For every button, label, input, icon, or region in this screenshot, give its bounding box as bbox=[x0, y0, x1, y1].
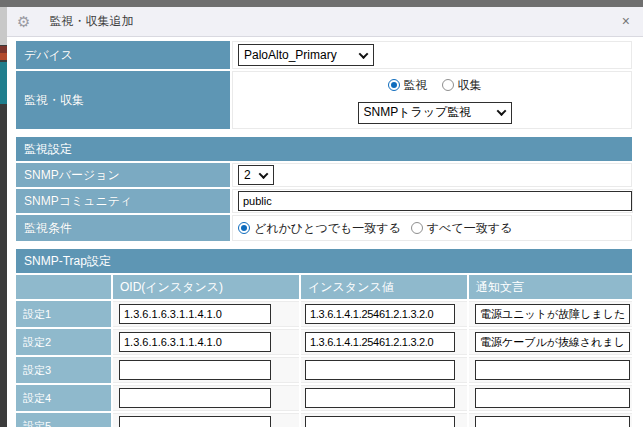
radio-collect[interactable]: 収集 bbox=[442, 77, 482, 94]
snmp-version-label: SNMPバージョン bbox=[16, 163, 230, 187]
radio-match-all-label: すべて一致する bbox=[427, 220, 512, 237]
chevron-down-icon bbox=[496, 106, 506, 116]
device-select-value: PaloAlto_Primary bbox=[244, 48, 337, 62]
device-label: デバイス bbox=[16, 41, 230, 69]
chevron-down-icon bbox=[259, 169, 269, 179]
trap-row-label: 設定2 bbox=[16, 329, 111, 355]
dialog-content: デバイス PaloAlto_Primary 監視・収集 監視 bbox=[7, 37, 643, 427]
table-row: SNMPバージョン 2 bbox=[16, 163, 632, 187]
radio-unselected-icon bbox=[442, 79, 454, 91]
monitor-condition-radio-group: どれかひとつでも一致する すべて一致する bbox=[238, 220, 512, 237]
page-background-left bbox=[0, 7, 7, 427]
table-row: 設定5 bbox=[16, 413, 632, 427]
trap-message-input[interactable] bbox=[475, 388, 630, 408]
background-fragment bbox=[0, 7, 7, 45]
table-row: 設定4 bbox=[16, 385, 632, 411]
radio-match-all[interactable]: すべて一致する bbox=[411, 220, 512, 237]
trap-instance-input[interactable] bbox=[305, 360, 455, 380]
snmp-version-select-value: 2 bbox=[244, 168, 251, 182]
trap-message-cell bbox=[469, 329, 632, 355]
trap-message-input[interactable] bbox=[475, 416, 630, 427]
trap-oid-input[interactable] bbox=[119, 360, 271, 380]
trap-oid-input[interactable] bbox=[119, 304, 271, 324]
trap-row-label: 設定1 bbox=[16, 301, 111, 327]
trap-message-input[interactable] bbox=[475, 360, 630, 380]
trap-instance-input[interactable] bbox=[305, 304, 455, 324]
trap-message-cell bbox=[469, 413, 632, 427]
radio-collect-label: 収集 bbox=[458, 77, 482, 94]
trap-instance-input[interactable] bbox=[305, 416, 455, 427]
monitor-condition-label: 監視条件 bbox=[16, 215, 230, 241]
snmp-community-value-cell bbox=[232, 189, 633, 213]
trap-column-instance: インスタンス値 bbox=[301, 275, 467, 299]
device-select[interactable]: PaloAlto_Primary bbox=[238, 44, 374, 66]
snmp-community-label: SNMPコミュニティ bbox=[16, 189, 230, 213]
trap-settings-table: SNMP-Trap設定 OID(インスタンス) インスタンス値 通知文言 設定1… bbox=[16, 249, 632, 427]
monitor-settings-table: 監視設定 SNMPバージョン 2 SNMPコミュニティ 監視条件 bbox=[16, 137, 632, 241]
close-icon[interactable]: × bbox=[622, 14, 630, 28]
trap-instance-cell bbox=[301, 357, 467, 383]
add-monitoring-dialog: ⚙ 監視・収集追加 × デバイス PaloAlto_Primary 監視・収集 bbox=[7, 7, 643, 427]
monitor-collect-radio-group: 監視 収集 bbox=[388, 77, 482, 94]
trap-column-header-row: OID(インスタンス) インスタンス値 通知文言 bbox=[16, 275, 632, 299]
monitor-type-select-value: SNMPトラップ監視 bbox=[364, 104, 472, 121]
radio-selected-icon bbox=[388, 79, 400, 91]
radio-selected-icon bbox=[238, 222, 250, 234]
dialog-title: 監視・収集追加 bbox=[49, 13, 133, 30]
trap-column-message: 通知文言 bbox=[469, 275, 632, 299]
table-row: SNMPコミュニティ bbox=[16, 189, 632, 213]
trap-header-spacer bbox=[16, 275, 111, 299]
radio-monitor-label: 監視 bbox=[404, 77, 428, 94]
radio-unselected-icon bbox=[411, 222, 423, 234]
trap-oid-cell bbox=[113, 385, 299, 411]
radio-monitor[interactable]: 監視 bbox=[388, 77, 428, 94]
table-row: 設定1 bbox=[16, 301, 632, 327]
trap-oid-cell bbox=[113, 301, 299, 327]
radio-match-any[interactable]: どれかひとつでも一致する bbox=[238, 220, 401, 237]
table-row: 監視条件 どれかひとつでも一致する すべて一致する bbox=[16, 215, 632, 241]
trap-settings-section-header: SNMP-Trap設定 bbox=[16, 249, 632, 273]
trap-instance-cell bbox=[301, 385, 467, 411]
trap-message-cell bbox=[469, 301, 632, 327]
radio-match-any-label: どれかひとつでも一致する bbox=[254, 220, 401, 237]
background-fragment bbox=[0, 53, 7, 60]
trap-column-oid: OID(インスタンス) bbox=[113, 275, 299, 299]
monitor-condition-value-cell: どれかひとつでも一致する すべて一致する bbox=[232, 215, 632, 241]
trap-message-input[interactable] bbox=[475, 304, 630, 324]
dialog-header: ⚙ 監視・収集追加 × bbox=[7, 7, 643, 37]
snmp-community-input[interactable] bbox=[238, 191, 632, 211]
trap-message-cell bbox=[469, 385, 632, 411]
device-table: デバイス PaloAlto_Primary 監視・収集 監視 bbox=[16, 41, 632, 129]
background-fragment bbox=[0, 62, 7, 104]
trap-instance-input[interactable] bbox=[305, 332, 455, 352]
monitor-collect-label: 監視・収集 bbox=[16, 71, 230, 129]
monitor-type-select[interactable]: SNMPトラップ監視 bbox=[358, 102, 512, 124]
gear-icon: ⚙ bbox=[17, 14, 30, 29]
snmp-version-value-cell: 2 bbox=[232, 163, 632, 187]
trap-oid-cell bbox=[113, 329, 299, 355]
trap-oid-input[interactable] bbox=[119, 388, 271, 408]
trap-instance-cell bbox=[301, 413, 467, 427]
trap-instance-cell bbox=[301, 329, 467, 355]
table-row: 設定3 bbox=[16, 357, 632, 383]
trap-row-label: 設定4 bbox=[16, 385, 111, 411]
table-row: 設定2 bbox=[16, 329, 632, 355]
monitor-settings-section-header: 監視設定 bbox=[16, 137, 632, 161]
background-fragment bbox=[0, 46, 7, 53]
trap-message-cell bbox=[469, 357, 632, 383]
trap-message-input[interactable] bbox=[475, 332, 630, 352]
trap-oid-cell bbox=[113, 357, 299, 383]
snmp-version-select[interactable]: 2 bbox=[238, 165, 274, 185]
trap-instance-cell bbox=[301, 301, 467, 327]
trap-oid-cell bbox=[113, 413, 299, 427]
trap-row-label: 設定5 bbox=[16, 413, 111, 427]
trap-oid-input[interactable] bbox=[119, 416, 271, 427]
trap-instance-input[interactable] bbox=[305, 388, 455, 408]
monitor-collect-value-cell: 監視 収集 SNMPトラップ監視 bbox=[232, 71, 632, 129]
table-row: 監視・収集 監視 収集 SNMPトラップ監視 bbox=[16, 71, 632, 129]
trap-oid-input[interactable] bbox=[119, 332, 271, 352]
device-value-cell: PaloAlto_Primary bbox=[232, 41, 632, 69]
chevron-down-icon bbox=[359, 49, 369, 59]
page-background-top bbox=[0, 0, 643, 7]
table-row: デバイス PaloAlto_Primary bbox=[16, 41, 632, 69]
